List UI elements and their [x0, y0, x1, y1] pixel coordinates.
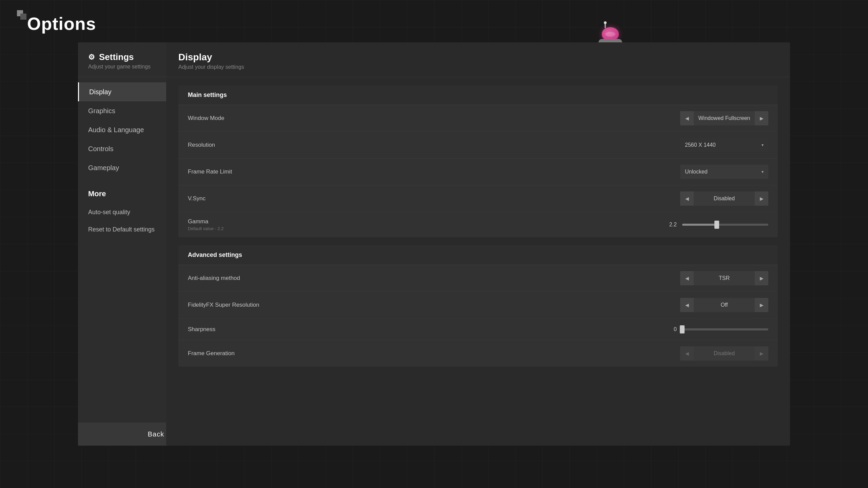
fidelityfx-prev-button[interactable]: ◀	[680, 298, 694, 312]
gamma-slider-track[interactable]	[682, 224, 768, 226]
window-mode-control: ◀ Windowed Fullscreen ▶	[680, 111, 768, 125]
gamma-slider-thumb[interactable]	[714, 221, 719, 229]
frame-generation-label: Frame Generation	[188, 350, 235, 357]
advanced-settings-title: Advanced settings	[178, 245, 778, 265]
vsync-value: Disabled	[694, 196, 755, 202]
sharpness-slider-thumb[interactable]	[680, 325, 685, 333]
frame-rate-dropdown[interactable]: Unlocked ▾	[680, 165, 768, 179]
window-mode-next-button[interactable]: ▶	[755, 111, 768, 125]
main-content: Display Adjust your display settings Mai…	[166, 42, 790, 446]
frame-rate-value: Unlocked	[685, 169, 708, 175]
anti-aliasing-prev-button[interactable]: ◀	[680, 271, 694, 285]
frame-generation-value: Disabled	[694, 350, 755, 357]
window-mode-arrow-control: ◀ Windowed Fullscreen ▶	[680, 111, 768, 125]
advanced-settings-section: Advanced settings Anti-aliasing method ◀…	[178, 245, 778, 367]
resolution-chevron-icon: ▾	[762, 143, 764, 147]
vsync-next-button[interactable]: ▶	[755, 191, 768, 206]
fidelityfx-next-button[interactable]: ▶	[755, 298, 768, 312]
anti-aliasing-row: Anti-aliasing method ◀ TSR ▶	[178, 265, 778, 292]
sharpness-slider-track[interactable]	[682, 328, 768, 330]
frame-rate-label: Frame Rate Limit	[188, 168, 232, 175]
resolution-label: Resolution	[188, 142, 215, 148]
window-mode-prev-button[interactable]: ◀	[680, 111, 694, 125]
fidelityfx-label: FidelityFX Super Resolution	[188, 302, 259, 308]
content-subtitle: Adjust your display settings	[178, 64, 778, 70]
vsync-arrow-control: ◀ Disabled ▶	[680, 191, 768, 206]
vsync-label: V.Sync	[188, 195, 205, 202]
vsync-prev-button[interactable]: ◀	[680, 191, 694, 206]
window-mode-label: Window Mode	[188, 115, 224, 122]
frame-rate-chevron-icon: ▾	[762, 169, 764, 174]
gamma-sublabel: Default value - 2.2	[188, 226, 224, 231]
fidelityfx-value: Off	[694, 302, 755, 308]
anti-aliasing-value: TSR	[694, 275, 755, 281]
frame-generation-arrow-control: ◀ Disabled ▶	[680, 346, 768, 361]
window-mode-value: Windowed Fullscreen	[694, 115, 755, 121]
graphics-nav-label: Graphics	[88, 107, 115, 115]
gamma-label: Gamma	[188, 218, 224, 225]
content-header: Display Adjust your display settings	[166, 42, 790, 77]
frame-rate-row: Frame Rate Limit Unlocked ▾	[178, 159, 778, 185]
gamma-slider-control: 2.2	[667, 222, 768, 228]
sharpness-control: 0	[667, 326, 768, 332]
gameplay-nav-label: Gameplay	[88, 164, 119, 172]
main-settings-section: Main settings Window Mode ◀ Windowed Ful…	[178, 85, 778, 237]
resolution-dropdown[interactable]: 2560 X 1440 ▾	[680, 138, 768, 152]
frame-generation-prev-button[interactable]: ◀	[680, 346, 694, 361]
frame-generation-row: Frame Generation ◀ Disabled ▶	[178, 340, 778, 367]
anti-aliasing-control: ◀ TSR ▶	[680, 271, 768, 285]
fidelityfx-control: ◀ Off ▶	[680, 298, 768, 312]
sharpness-slider-control: 0	[667, 326, 768, 332]
anti-aliasing-arrow-control: ◀ TSR ▶	[680, 271, 768, 285]
vsync-control: ◀ Disabled ▶	[680, 191, 768, 206]
fidelityfx-arrow-control: ◀ Off ▶	[680, 298, 768, 312]
audio-nav-label: Audio & Language	[88, 126, 144, 134]
controls-nav-label: Controls	[88, 145, 113, 153]
page-title: Options	[27, 14, 96, 34]
frame-generation-next-button[interactable]: ▶	[755, 346, 768, 361]
anti-aliasing-label: Anti-aliasing method	[188, 275, 240, 282]
sharpness-label: Sharpness	[188, 326, 215, 333]
settings-gear-icon: ⚙	[88, 53, 95, 62]
gamma-row: Gamma Default value - 2.2 2.2	[178, 212, 778, 237]
resolution-row: Resolution 2560 X 1440 ▾	[178, 132, 778, 159]
fidelityfx-row: FidelityFX Super Resolution ◀ Off ▶	[178, 292, 778, 319]
content-title: Display	[178, 52, 778, 63]
anti-aliasing-next-button[interactable]: ▶	[755, 271, 768, 285]
gamma-control: 2.2	[667, 222, 768, 228]
sharpness-row: Sharpness 0	[178, 319, 778, 340]
main-settings-title: Main settings	[178, 85, 778, 105]
sharpness-value: 0	[667, 326, 677, 332]
resolution-value: 2560 X 1440	[685, 142, 716, 148]
frame-rate-control: Unlocked ▾	[680, 165, 768, 179]
auto-quality-label: Auto-set quality	[88, 209, 130, 216]
vsync-row: V.Sync ◀ Disabled ▶	[178, 185, 778, 212]
gamma-slider-fill	[682, 224, 717, 226]
gamma-value: 2.2	[667, 222, 677, 228]
resolution-control: 2560 X 1440 ▾	[680, 138, 768, 152]
reset-defaults-label: Reset to Default settings	[88, 226, 155, 233]
window-mode-row: Window Mode ◀ Windowed Fullscreen ▶	[178, 105, 778, 132]
frame-generation-control: ◀ Disabled ▶	[680, 346, 768, 361]
display-nav-label: Display	[89, 88, 112, 96]
